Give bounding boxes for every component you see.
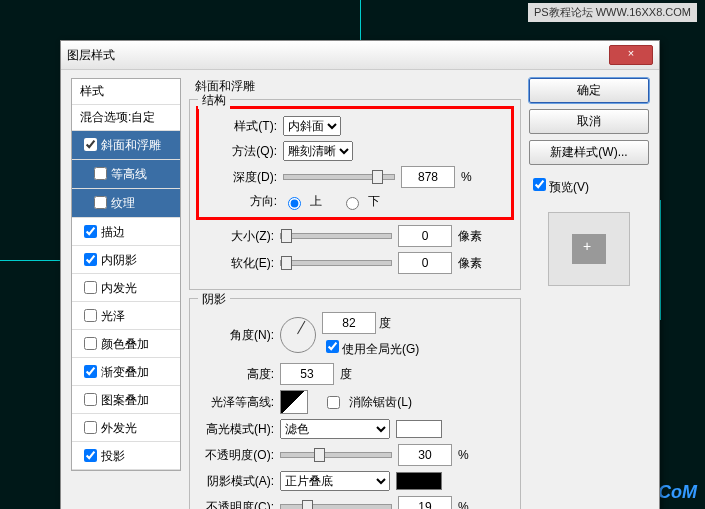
list-item-contour[interactable]: 等高线 — [72, 160, 180, 189]
shadow-color-swatch[interactable] — [396, 472, 442, 490]
list-item-inner-shadow[interactable]: 内阴影 — [72, 246, 180, 274]
preview-swatch — [548, 212, 630, 286]
layer-style-dialog: 图层样式 × 样式 混合选项:自定 斜面和浮雕 等高线 纹理 描边 内阴影 内发… — [60, 40, 660, 509]
shadow-mode-select[interactable]: 正片叠底 — [280, 471, 390, 491]
shading-group: 阴影 角度(N): 度 使用全局光(G) 高度:度 光泽等高线: 消除锯齿(L)… — [189, 298, 521, 509]
gradient-overlay-checkbox[interactable] — [84, 365, 97, 378]
global-light-checkbox[interactable] — [326, 340, 339, 353]
gloss-contour-picker[interactable] — [280, 390, 308, 414]
angle-label: 角度(N): — [200, 327, 274, 344]
antialias-checkbox[interactable] — [327, 396, 340, 409]
blend-options[interactable]: 混合选项:自定 — [72, 105, 180, 131]
color-overlay-checkbox[interactable] — [84, 337, 97, 350]
pattern-overlay-checkbox[interactable] — [84, 393, 97, 406]
highlight-opacity-slider[interactable] — [280, 452, 392, 458]
size-slider[interactable] — [280, 233, 392, 239]
preview-checkbox[interactable] — [533, 178, 546, 191]
angle-dial[interactable] — [280, 317, 316, 353]
watermark-top: PS教程论坛 WWW.16XX8.COM — [528, 3, 697, 22]
soften-slider[interactable] — [280, 260, 392, 266]
depth-label: 深度(D): — [203, 169, 277, 186]
shadow-opacity-label: 不透明度(C): — [200, 499, 274, 510]
inner-shadow-checkbox[interactable] — [84, 253, 97, 266]
structure-legend: 结构 — [198, 92, 230, 109]
dialog-title: 图层样式 — [67, 47, 115, 64]
list-item-bevel[interactable]: 斜面和浮雕 — [72, 131, 180, 160]
highlight-mode-label: 高光模式(H): — [200, 421, 274, 438]
inner-glow-checkbox[interactable] — [84, 281, 97, 294]
effects-list: 样式 混合选项:自定 斜面和浮雕 等高线 纹理 描边 内阴影 内发光 光泽 颜色… — [71, 78, 181, 471]
shadow-mode-label: 阴影模式(A): — [200, 473, 274, 490]
close-button[interactable]: × — [609, 45, 653, 65]
soften-label: 软化(E): — [200, 255, 274, 272]
list-item-satin[interactable]: 光泽 — [72, 302, 180, 330]
drop-shadow-checkbox[interactable] — [84, 449, 97, 462]
list-item-texture[interactable]: 纹理 — [72, 189, 180, 218]
soften-input[interactable] — [398, 252, 452, 274]
list-item-gradient-overlay[interactable]: 渐变叠加 — [72, 358, 180, 386]
size-input[interactable] — [398, 225, 452, 247]
texture-checkbox[interactable] — [94, 196, 107, 209]
highlight-mode-select[interactable]: 滤色 — [280, 419, 390, 439]
structure-group: 结构 样式(T):内斜面 方法(Q):雕刻清晰 深度(D):% 方向:上 下 大… — [189, 99, 521, 290]
shadow-opacity-input[interactable] — [398, 496, 452, 509]
gloss-contour-label: 光泽等高线: — [200, 394, 274, 411]
list-item-stroke[interactable]: 描边 — [72, 218, 180, 246]
direction-down-radio[interactable] — [346, 197, 359, 210]
shadow-opacity-slider[interactable] — [280, 504, 392, 509]
satin-checkbox[interactable] — [84, 309, 97, 322]
direction-label: 方向: — [203, 193, 277, 210]
list-item-color-overlay[interactable]: 颜色叠加 — [72, 330, 180, 358]
direction-up-radio[interactable] — [288, 197, 301, 210]
stroke-checkbox[interactable] — [84, 225, 97, 238]
list-item-drop-shadow[interactable]: 投影 — [72, 442, 180, 470]
style-label: 样式(T): — [203, 118, 277, 135]
highlight-opacity-label: 不透明度(O): — [200, 447, 274, 464]
altitude-label: 高度: — [200, 366, 274, 383]
list-item-pattern-overlay[interactable]: 图案叠加 — [72, 386, 180, 414]
angle-input[interactable] — [322, 312, 376, 334]
highlight-color-swatch[interactable] — [396, 420, 442, 438]
list-item-outer-glow[interactable]: 外发光 — [72, 414, 180, 442]
technique-select[interactable]: 雕刻清晰 — [283, 141, 353, 161]
depth-slider[interactable] — [283, 174, 395, 180]
highlight-box: 样式(T):内斜面 方法(Q):雕刻清晰 深度(D):% 方向:上 下 — [196, 106, 514, 220]
highlight-opacity-input[interactable] — [398, 444, 452, 466]
list-item-inner-glow[interactable]: 内发光 — [72, 274, 180, 302]
new-style-button[interactable]: 新建样式(W)... — [529, 140, 649, 165]
styles-header[interactable]: 样式 — [72, 79, 180, 105]
ok-button[interactable]: 确定 — [529, 78, 649, 103]
style-select[interactable]: 内斜面 — [283, 116, 341, 136]
preview-icon — [572, 234, 606, 264]
size-label: 大小(Z): — [200, 228, 274, 245]
technique-label: 方法(Q): — [203, 143, 277, 160]
section-title: 斜面和浮雕 — [195, 78, 521, 95]
altitude-input[interactable] — [280, 363, 334, 385]
titlebar: 图层样式 × — [61, 41, 659, 70]
outer-glow-checkbox[interactable] — [84, 421, 97, 434]
shading-legend: 阴影 — [198, 291, 230, 308]
contour-checkbox[interactable] — [94, 167, 107, 180]
bevel-checkbox[interactable] — [84, 138, 97, 151]
cancel-button[interactable]: 取消 — [529, 109, 649, 134]
depth-input[interactable] — [401, 166, 455, 188]
